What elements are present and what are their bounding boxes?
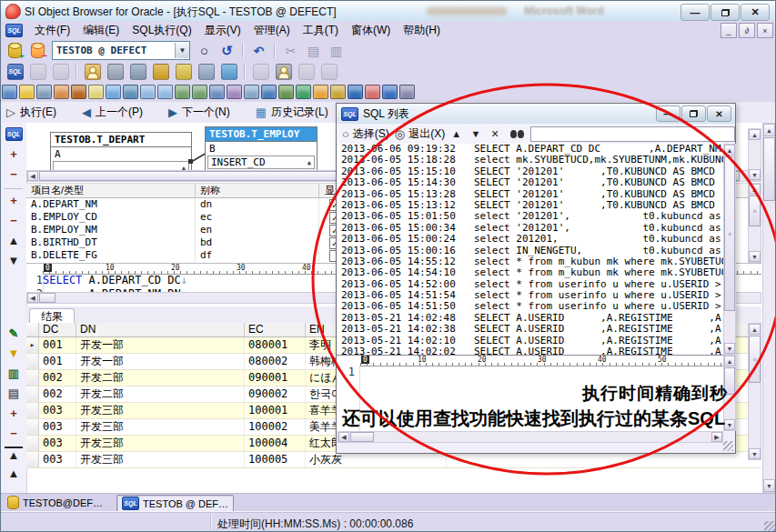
sql-list-vscrollbar[interactable]: ▲ ≡ ▼ xyxy=(723,144,736,355)
preview-hscrollbar[interactable]: ◀ ▶ xyxy=(338,431,723,443)
lock-icon[interactable] xyxy=(150,62,171,82)
menu-item-t[interactable]: 工具(T) xyxy=(297,22,345,38)
copy-window-icon-button[interactable] xyxy=(226,84,243,100)
next-button[interactable]: ▶下一个(N) xyxy=(168,105,230,120)
sql-history-row[interactable]: 2013-06-05 15:00:34select '201201', t0.k… xyxy=(338,223,723,234)
copy-grid-button[interactable]: ▤ xyxy=(5,385,23,402)
result-grid-vscrollbar[interactable]: ▲ ≡ ▼ xyxy=(748,323,761,460)
restore-button[interactable] xyxy=(710,4,740,21)
taskbutton-object-list[interactable]: TESTOB@DEF… xyxy=(3,495,107,510)
scroll-down-button[interactable]: ▼ xyxy=(468,125,483,142)
sql-history-row[interactable]: 2013-06-05 15:18:28select mk.SYUBETUCD,m… xyxy=(338,155,723,166)
menu-item-e[interactable]: 编辑(E) xyxy=(76,22,126,38)
delete-row-button[interactable]: − xyxy=(5,425,23,442)
table-field[interactable]: INSERT_CD▲ xyxy=(207,156,315,169)
recycle-icon[interactable] xyxy=(218,62,239,82)
clear-button[interactable]: × xyxy=(487,125,502,142)
resize-grip[interactable] xyxy=(723,441,733,451)
session-window-icon-button[interactable] xyxy=(243,84,260,100)
sql-history-row[interactable]: 2013-06-05 14:54:10select * from m_kubun… xyxy=(338,267,723,278)
pause-icon-button[interactable] xyxy=(347,84,364,100)
sql-history-row[interactable]: 2013-06-05 15:13:28SELECT '201201' ,T0.K… xyxy=(338,189,723,200)
sql-history-row[interactable]: 2013-06-06 09:19:32SELECT A.DEPART_CD DC… xyxy=(338,144,723,155)
connection-combo[interactable]: TESTOB @ DEFECT ▼ xyxy=(52,41,190,60)
add-table-button[interactable]: + xyxy=(5,146,23,163)
connect-button[interactable]: + xyxy=(5,41,25,61)
menu-item-a[interactable]: 管理(A) xyxy=(247,22,297,38)
remove-column-button[interactable]: − xyxy=(5,212,23,229)
form-icon-button[interactable] xyxy=(139,84,156,100)
menu-item-w[interactable]: 窗体(W) xyxy=(345,22,397,38)
paste-grid-button[interactable]: ▥ xyxy=(5,365,23,382)
menu-item-f[interactable]: 文件(F) xyxy=(28,22,76,38)
sql-history-row[interactable]: 2013-05-21 14:02:02SELECT A.USERID ,A.RE… xyxy=(338,346,723,355)
insert-row-button[interactable]: + xyxy=(5,405,23,422)
refresh-icon-button[interactable] xyxy=(312,84,329,100)
menu-item-v[interactable]: 显示(V) xyxy=(198,22,247,38)
combo-dropdown-icon[interactable]: ▼ xyxy=(175,43,189,58)
calendar-icon-button[interactable] xyxy=(35,84,53,100)
minimize-button[interactable]: — xyxy=(680,4,710,21)
sql-history-row[interactable]: 2013-06-05 15:14:30SELECT '201201' ,T0.K… xyxy=(338,177,723,188)
table-box-employ[interactable]: TESTOB.T_EMPLOY B INSERT_CD▲ xyxy=(205,126,317,171)
exit-list-button[interactable]: ◎ 退出(X) xyxy=(395,126,445,142)
edit-mode-button[interactable]: ✎ xyxy=(5,325,23,342)
close-button[interactable]: ✕ xyxy=(741,4,770,21)
sql-editor-icon[interactable]: SQL xyxy=(5,62,25,82)
help-icon-button[interactable] xyxy=(398,84,416,100)
execute-button[interactable]: ▷执行(E) xyxy=(6,105,56,120)
sql-list-close-button[interactable]: ✕ xyxy=(707,105,731,122)
sql-history-row[interactable]: 2013-06-05 15:15:10SELECT '201201' ,T0.K… xyxy=(338,166,723,177)
table-data-icon-button[interactable] xyxy=(277,84,295,100)
computer-icon[interactable] xyxy=(127,62,148,82)
fetch-button[interactable]: ▼ xyxy=(5,345,23,362)
snapshot-icon-button[interactable] xyxy=(53,84,70,100)
undo-button[interactable]: ↶ xyxy=(248,41,269,61)
frame-icon-button[interactable] xyxy=(208,84,226,100)
move-down-button[interactable]: ▼ xyxy=(5,252,23,269)
result-row[interactable]: 003开发三部100005小灰灰 xyxy=(26,452,761,468)
tab-results[interactable]: 结果 xyxy=(29,308,75,324)
mdi-minimize-button[interactable]: _ xyxy=(721,23,737,38)
sql-history-row[interactable]: 2013-05-21 14:02:48SELECT A.USERID ,A.RE… xyxy=(338,313,723,324)
menu-item-sqlq[interactable]: SQL执行(Q) xyxy=(126,22,197,38)
previous-button[interactable]: ◀上一个(P) xyxy=(82,105,143,120)
sql-list-titlebar[interactable]: SQL SQL 列表 — ✕ xyxy=(337,104,735,125)
users-icon[interactable] xyxy=(273,62,294,82)
form2-icon-button[interactable] xyxy=(156,84,174,100)
column-icon[interactable] xyxy=(173,62,194,82)
alert-icon-button[interactable] xyxy=(364,84,381,100)
first-row-button[interactable]: ▲ xyxy=(5,447,23,462)
user-icon[interactable] xyxy=(82,62,103,82)
sql-history-row[interactable]: 2013-06-05 14:55:12select * from m_kubun… xyxy=(338,256,723,267)
sql-history-row[interactable]: 2013-05-21 14:02:10SELECT A.USERID ,A.RE… xyxy=(338,336,723,346)
sql-history-row[interactable]: 2013-06-05 14:51:50select * from userinf… xyxy=(338,301,723,312)
sql-history-row[interactable]: 2013-06-05 15:01:50select '201201', t0.k… xyxy=(338,211,723,222)
key-icon-button[interactable] xyxy=(18,84,35,100)
diagram-vscrollbar[interactable]: ▲ ▼ xyxy=(748,128,761,181)
remove-table-button[interactable]: − xyxy=(5,166,23,183)
sql-list-restore-button[interactable] xyxy=(681,105,706,122)
chart-icon-button[interactable] xyxy=(381,84,398,100)
prev-row-button[interactable]: ▲ xyxy=(5,465,23,482)
mail-icon-button[interactable] xyxy=(329,84,347,100)
record-button[interactable]: ○ xyxy=(194,41,215,61)
history-button[interactable]: ▦历史记录(L) xyxy=(256,105,328,120)
table-box-depart[interactable]: TESTOB.T_DEPART A ▲ xyxy=(50,132,192,171)
sql-history-row[interactable]: 2013-06-05 15:00:16select IN_NENGETU, t0… xyxy=(338,246,723,256)
re-execute-button[interactable]: ↺ xyxy=(217,41,237,61)
sql-history-row[interactable]: 2013-05-21 14:02:38SELECT A.USERID ,A.RE… xyxy=(338,324,723,335)
package-icon[interactable] xyxy=(196,62,217,82)
search-input[interactable] xyxy=(530,126,735,142)
sql-list-minimize-button[interactable]: — xyxy=(656,105,680,122)
taskbutton-sql-execute[interactable]: SQL TESTOB @ DEF… xyxy=(116,495,234,512)
disconnect-button[interactable]: − xyxy=(27,41,48,61)
sql-area-icon[interactable]: SQL xyxy=(5,125,23,143)
sql-history-list[interactable]: 2013-06-06 09:19:32SELECT A.DEPART_CD DC… xyxy=(338,144,724,355)
sql-history-row[interactable]: 2013-06-05 15:13:12SELECT '201201' ,T0.K… xyxy=(338,200,723,211)
move-up-button[interactable]: ▲ xyxy=(5,232,23,249)
select-button[interactable]: ○ 选择(S) xyxy=(342,126,389,142)
tree-icon-button[interactable] xyxy=(174,84,191,100)
menu-item-h[interactable]: 帮助(H) xyxy=(397,22,447,38)
window-icon-button[interactable] xyxy=(105,84,122,100)
